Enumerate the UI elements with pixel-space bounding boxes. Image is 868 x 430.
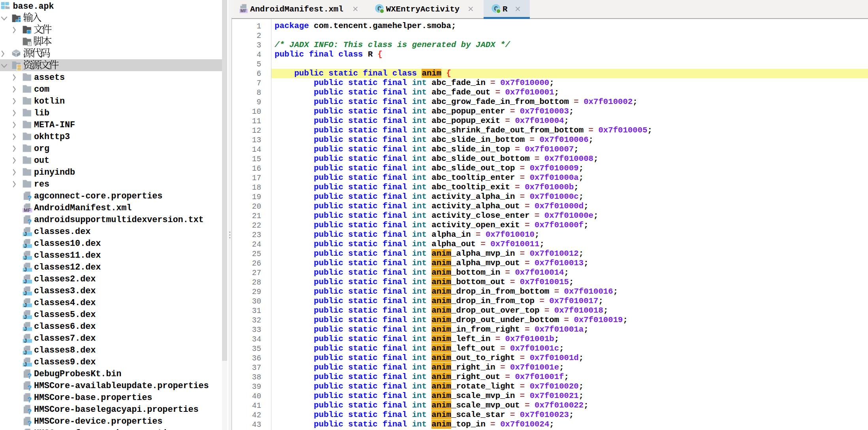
svg-text:J: J	[24, 361, 27, 367]
svg-text:?: ?	[27, 218, 32, 225]
svg-text:?: ?	[27, 419, 32, 426]
svg-text:J: J	[24, 314, 27, 319]
svg-text:J: J	[24, 290, 27, 296]
svg-text:J: J	[24, 326, 27, 331]
svg-text:?: ?	[27, 194, 32, 201]
svg-text:?: ?	[27, 396, 32, 403]
svg-text:J: J	[24, 338, 27, 343]
svg-text:J: J	[24, 231, 27, 236]
svg-text:?: ?	[27, 384, 32, 391]
svg-text:J: J	[24, 349, 27, 355]
svg-text:J: J	[24, 243, 27, 248]
svg-text:J: J	[24, 278, 27, 284]
svg-text:MF: MF	[241, 8, 247, 13]
svg-text:MF: MF	[24, 207, 31, 213]
svg-text:J: J	[24, 266, 27, 272]
svg-text:J: J	[24, 255, 27, 260]
svg-text:J: J	[24, 302, 27, 307]
svg-text:?: ?	[27, 407, 32, 415]
svg-text:?: ?	[27, 372, 32, 379]
